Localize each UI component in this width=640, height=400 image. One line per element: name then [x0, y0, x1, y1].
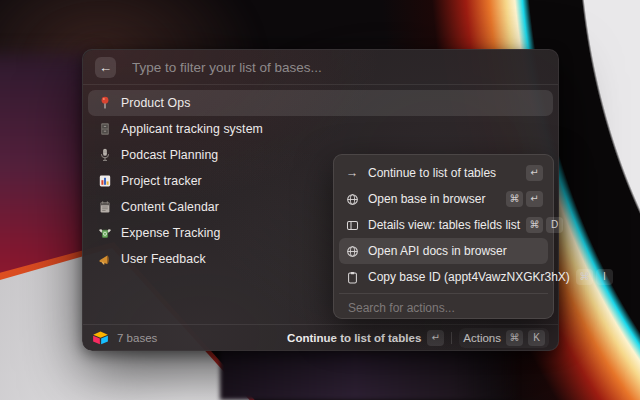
search-header: ← [83, 50, 558, 85]
key-return: ↵ [526, 191, 543, 207]
action-label: Continue to list of tables [368, 166, 520, 180]
key-return: ↵ [427, 330, 444, 346]
details-view-icon [345, 218, 359, 232]
clipboard-icon [345, 270, 359, 284]
megaphone-icon [97, 252, 112, 267]
actions-button-label: Actions [463, 332, 501, 344]
airtable-logo-icon [92, 331, 109, 345]
status-bar-right: Continue to list of tables ↵ Actions ⌘ K [287, 328, 549, 348]
screenshot-stage: ← Product Ops Applicant tracking system [0, 0, 640, 400]
list-item-label: Expense Tracking [121, 226, 220, 240]
file-cabinet-icon [97, 122, 112, 137]
globe-icon [345, 244, 359, 258]
key-i: I [596, 269, 613, 285]
calendar-icon [97, 200, 112, 215]
actions-panel: → Continue to list of tables ↵ Open base… [333, 154, 554, 319]
list-item-product-ops[interactable]: Product Ops [88, 90, 553, 116]
key-cmd: ⌘ [506, 191, 523, 207]
list-item-label: User Feedback [121, 252, 206, 266]
action-label: Details view: tables fields list [368, 218, 520, 232]
list-item-label: Content Calendar [121, 200, 219, 214]
wallpaper-purple-strip [220, 348, 520, 400]
list-item-label: Applicant tracking system [121, 122, 263, 136]
command-palette-window: ← Product Ops Applicant tracking system [82, 49, 559, 351]
primary-action-label: Continue to list of tables [287, 332, 421, 344]
action-details-view[interactable]: Details view: tables fields list ⌘ D [339, 212, 548, 238]
actions-search [339, 293, 548, 322]
globe-icon [345, 192, 359, 206]
action-open-base-browser[interactable]: Open base in browser ⌘ ↵ [339, 186, 548, 212]
action-continue-to-tables[interactable]: → Continue to list of tables ↵ [339, 160, 548, 186]
key-cmd: ⌘ [506, 330, 523, 346]
status-bar-left: 7 bases [92, 331, 287, 345]
action-label: Open API docs in browser [368, 244, 543, 258]
back-arrow-icon: ← [99, 61, 112, 74]
list-item-applicant-tracking[interactable]: Applicant tracking system [88, 116, 553, 142]
primary-action-button[interactable]: Continue to list of tables ↵ [287, 330, 444, 346]
list-item-label: Product Ops [121, 96, 190, 110]
key-cmd: ⌘ [526, 217, 543, 233]
key-return: ↵ [526, 165, 543, 181]
pushpin-icon [97, 96, 112, 111]
action-label: Copy base ID (appt4VawzNXGKr3hX) [368, 270, 570, 284]
bar-chart-icon [97, 174, 112, 189]
key-cmd: ⌘ [576, 269, 593, 285]
key-k: K [528, 330, 545, 346]
arrow-right-icon: → [345, 166, 359, 180]
back-button[interactable]: ← [95, 57, 116, 78]
action-open-api-docs[interactable]: Open API docs in browser [339, 238, 548, 264]
actions-menu-button[interactable]: Actions ⌘ K [459, 328, 549, 348]
filter-bases-input[interactable] [130, 59, 546, 76]
list-item-label: Podcast Planning [121, 148, 218, 162]
action-copy-base-id[interactable]: Copy base ID (appt4VawzNXGKr3hX) ⌘ I [339, 264, 548, 290]
status-bar: 7 bases Continue to list of tables ↵ Act… [83, 324, 558, 350]
list-item-label: Project tracker [121, 174, 202, 188]
action-label: Open base in browser [368, 192, 500, 206]
key-d: D [546, 217, 563, 233]
footer-divider [451, 332, 452, 344]
microphone-icon [97, 148, 112, 163]
money-with-wings-icon [97, 226, 112, 241]
actions-search-input[interactable] [346, 300, 541, 316]
bases-count: 7 bases [117, 332, 157, 344]
